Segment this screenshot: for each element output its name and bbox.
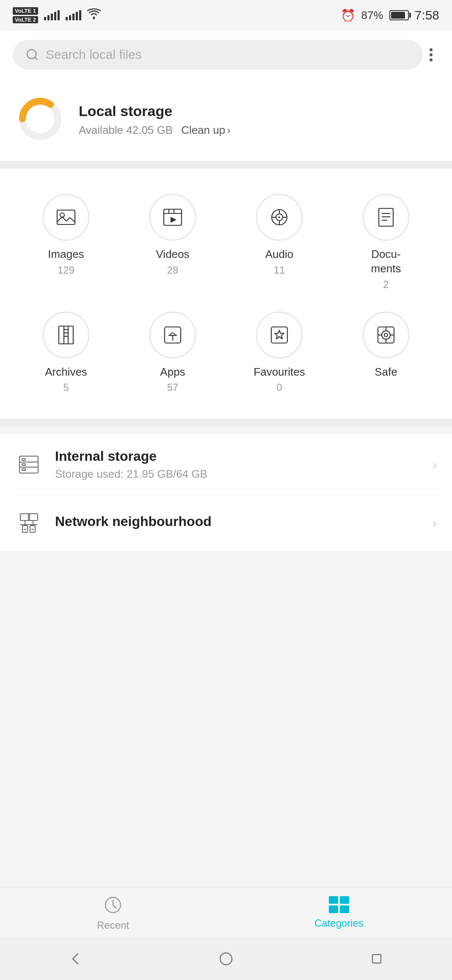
favourites-icon xyxy=(268,324,291,346)
bottom-navigation: Recent Categories xyxy=(0,887,452,938)
apps-label: Apps xyxy=(160,365,185,379)
chevron-right-icon: › xyxy=(227,125,230,136)
svg-marker-33 xyxy=(275,330,284,339)
internal-storage-chevron: › xyxy=(432,457,437,473)
favourites-icon-circle xyxy=(256,312,303,358)
images-count: 129 xyxy=(58,264,74,276)
audio-icon xyxy=(268,206,291,229)
volte-indicators: VoLTE 1 VoLTE 2 xyxy=(13,7,38,23)
signal-bars-2 xyxy=(66,10,81,20)
videos-icon xyxy=(161,206,184,229)
storage-subtitle: Available 42.05 GB Clean up › xyxy=(79,124,230,137)
categories-grid: Images 129 Videos 28 xyxy=(8,185,444,402)
svg-point-1 xyxy=(27,50,36,58)
internal-storage-title: Internal storage xyxy=(55,448,419,464)
svg-rect-46 xyxy=(22,469,25,471)
audio-label: Audio xyxy=(265,247,294,262)
svg-point-14 xyxy=(278,216,280,218)
favourites-count: 0 xyxy=(276,382,282,393)
home-button[interactable] xyxy=(213,946,239,972)
category-archives[interactable]: Archives 5 xyxy=(13,312,119,394)
network-neighbourhood-chevron: › xyxy=(432,515,437,531)
svg-rect-55 xyxy=(329,896,338,904)
documents-icon-circle xyxy=(363,194,409,241)
nav-recent-label: Recent xyxy=(97,919,129,931)
nav-recent[interactable]: Recent xyxy=(0,887,226,938)
apps-count: 57 xyxy=(167,382,179,393)
recent-icon xyxy=(102,894,124,916)
storage-title: Local storage xyxy=(79,103,230,119)
documents-label: Docu- ments xyxy=(371,247,401,276)
category-videos[interactable]: Videos 28 xyxy=(119,194,226,291)
network-neighbourhood-icon xyxy=(17,511,41,535)
svg-point-36 xyxy=(384,333,388,337)
svg-line-2 xyxy=(35,57,37,60)
archives-icon xyxy=(55,324,77,346)
svg-rect-58 xyxy=(340,905,349,913)
category-documents[interactable]: Docu- ments 2 xyxy=(333,194,439,291)
categories-icon xyxy=(328,896,350,914)
apps-icon-circle xyxy=(149,312,196,358)
category-favourites[interactable]: Favourites 0 xyxy=(226,312,333,394)
videos-count: 28 xyxy=(167,264,179,276)
storage-info: Local storage Available 42.05 GB Clean u… xyxy=(79,103,230,137)
category-apps[interactable]: Apps 57 xyxy=(119,312,226,394)
local-storage-section: Local storage Available 42.05 GB Clean u… xyxy=(0,79,452,161)
status-bar: VoLTE 1 VoLTE 2 ⏰ xyxy=(0,0,452,30)
audio-count: 11 xyxy=(274,264,285,276)
volte2-badge: VoLTE 2 xyxy=(13,16,38,24)
status-left: VoLTE 1 VoLTE 2 xyxy=(13,7,101,23)
svg-rect-56 xyxy=(340,896,349,904)
internal-storage-subtitle: Storage used: 21.95 GB/64 GB xyxy=(55,468,419,481)
section-divider-1 xyxy=(0,161,452,169)
svg-rect-32 xyxy=(271,327,287,343)
svg-rect-5 xyxy=(57,210,75,224)
internal-storage-item[interactable]: Internal storage Storage used: 21.95 GB/… xyxy=(0,434,452,495)
images-label: Images xyxy=(48,247,84,262)
apps-icon xyxy=(161,324,184,346)
svg-rect-45 xyxy=(22,459,25,460)
audio-icon-circle xyxy=(256,194,303,241)
nav-categories[interactable]: Categories xyxy=(226,887,452,938)
alarm-icon: ⏰ xyxy=(341,8,356,22)
svg-point-59 xyxy=(220,953,232,965)
category-safe[interactable]: Safe xyxy=(333,312,439,394)
archives-icon-circle xyxy=(43,312,89,358)
documents-count: 2 xyxy=(383,279,389,291)
battery-percent: 87% xyxy=(361,9,383,22)
nav-categories-label: Categories xyxy=(314,917,364,929)
archives-count: 5 xyxy=(63,382,69,393)
svg-rect-44 xyxy=(22,464,25,465)
storage-list-section: Internal storage Storage used: 21.95 GB/… xyxy=(0,434,452,551)
section-divider-2 xyxy=(0,419,452,426)
search-icon xyxy=(25,48,39,61)
svg-rect-23 xyxy=(59,326,73,344)
images-icon-circle xyxy=(43,194,89,241)
svg-point-35 xyxy=(382,331,390,339)
category-audio[interactable]: Audio 11 xyxy=(226,194,333,291)
storage-donut-chart xyxy=(17,96,63,144)
search-bar-container: Search local files xyxy=(0,30,452,79)
categories-section: Images 129 Videos 28 xyxy=(0,169,452,419)
available-space: Available 42.05 GB xyxy=(79,124,173,137)
network-neighbourhood-item[interactable]: Network neighbourhood › xyxy=(0,495,452,551)
network-neighbourhood-title: Network neighbourhood xyxy=(55,514,419,529)
internal-storage-info: Internal storage Storage used: 21.95 GB/… xyxy=(55,448,419,481)
search-placeholder: Search local files xyxy=(46,47,142,62)
battery-icon xyxy=(389,10,409,20)
recents-button[interactable] xyxy=(364,946,389,972)
back-button[interactable] xyxy=(63,946,88,972)
documents-icon xyxy=(375,206,397,229)
category-images[interactable]: Images 129 xyxy=(13,194,119,291)
favourites-label: Favourites xyxy=(254,365,305,379)
hard-drive-icon xyxy=(17,453,41,476)
status-right: ⏰ 87% 7:58 xyxy=(341,8,439,22)
network-icon xyxy=(15,509,42,537)
search-bar[interactable]: Search local files xyxy=(13,40,423,69)
svg-rect-60 xyxy=(372,955,381,963)
network-neighbourhood-info: Network neighbourhood xyxy=(55,514,419,533)
svg-point-0 xyxy=(93,17,95,19)
system-nav-bar xyxy=(0,938,452,980)
more-options-button[interactable] xyxy=(423,44,439,66)
cleanup-link[interactable]: Clean up › xyxy=(181,124,230,137)
